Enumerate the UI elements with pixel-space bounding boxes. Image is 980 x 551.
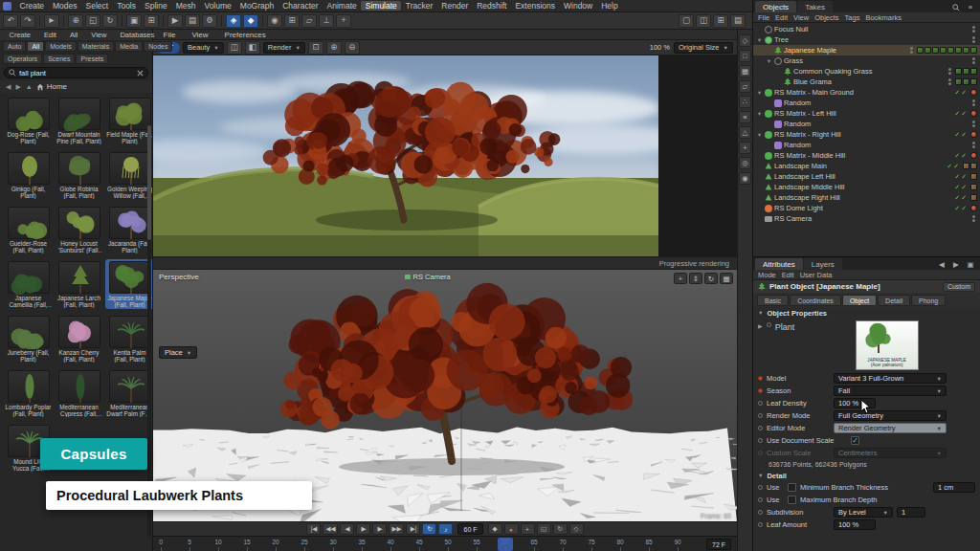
render-mode-dropdown[interactable]: Full Geometry▼ xyxy=(834,410,947,421)
autokey-button[interactable]: ● xyxy=(504,523,519,535)
parameter-dot[interactable] xyxy=(758,485,763,490)
leaf-tag-icon[interactable] xyxy=(963,78,969,85)
plant-item-japanese-camellia-fall-plant[interactable]: Japanese Camellia (Fall, Plant) xyxy=(4,259,53,309)
red-tag-icon[interactable] xyxy=(970,110,977,117)
object-row-rs-camera[interactable]: RS Camera xyxy=(753,213,980,224)
plant-preview-thumbnail[interactable]: JAPANESE MAPLE (Acer palmatum) xyxy=(856,320,919,370)
snapshot-icon[interactable]: ◫ xyxy=(227,41,242,55)
ab-tab-nodes[interactable]: Nodes xyxy=(144,41,172,52)
visibility-dots[interactable] xyxy=(972,36,975,43)
visibility-dots[interactable] xyxy=(948,78,951,85)
layout-single-icon[interactable]: ▢ xyxy=(679,14,694,28)
tab-objects[interactable]: Objects xyxy=(755,1,796,12)
ab-menu-edit[interactable]: Edit xyxy=(40,31,61,39)
attr-menu-mode[interactable]: Mode xyxy=(758,271,776,279)
rv-menu-view[interactable]: View xyxy=(188,31,212,39)
menu-tracker[interactable]: Tracker xyxy=(401,1,437,11)
attr-menu-edit[interactable]: Edit xyxy=(782,271,794,279)
layout-panel-icon[interactable]: ▤ xyxy=(730,14,746,28)
leaf-tag-icon[interactable] xyxy=(932,47,939,54)
attr-menu-user-data[interactable]: User Data xyxy=(800,271,833,279)
plant-item-kentia-palm-fall-plant[interactable]: Kentia Palm (Fall, Plant) xyxy=(105,314,152,364)
render-view-icon[interactable]: ▶ xyxy=(167,14,183,28)
ab-tab-media[interactable]: Media xyxy=(115,41,143,52)
menu-redshift[interactable]: Redshift xyxy=(473,1,511,11)
rv-menu-preferences[interactable]: Preferences xyxy=(220,31,270,39)
plant-item-dwarf-mountain-pine-fall-plant[interactable]: Dwarf Mountain Pine (Fall, Plant) xyxy=(55,96,103,145)
expand-icon[interactable]: ▼ xyxy=(766,58,772,64)
menu-create[interactable]: Create xyxy=(15,1,49,11)
om-menu-bookmarks[interactable]: Bookmarks xyxy=(865,13,902,22)
timeline[interactable]: 051015202530354045505560657075808590 72 … xyxy=(153,536,737,551)
visibility-dots[interactable] xyxy=(972,26,975,33)
leaf-tag-icon[interactable] xyxy=(917,47,924,54)
plant-item-guelder-rose-fall-plant[interactable]: Guelder-Rose (Fall, Plant) xyxy=(4,205,53,254)
leaf-tag-icon[interactable] xyxy=(963,68,969,75)
coordinate-system-icon[interactable]: ⊞ xyxy=(144,14,159,28)
ab-subtab-scenes[interactable]: Scenes xyxy=(43,54,75,64)
om-menu-file[interactable]: File xyxy=(758,13,769,22)
scale-tool-icon[interactable]: ◱ xyxy=(85,14,100,28)
menu-mesh[interactable]: Mesh xyxy=(171,1,200,11)
search-icon[interactable] xyxy=(950,2,962,12)
object-row-landscape-left-hill[interactable]: Landscape Left Hill✓✓ xyxy=(753,171,980,182)
enable-axis-icon[interactable]: + xyxy=(739,142,751,154)
leaf-tag-icon[interactable] xyxy=(940,47,947,54)
visibility-dots[interactable] xyxy=(972,215,975,222)
tex-tag-icon[interactable] xyxy=(963,163,969,169)
next-key-button[interactable]: ▶▶ xyxy=(389,523,404,535)
ab-menu-all[interactable]: All xyxy=(65,31,81,39)
red-tag-icon[interactable] xyxy=(970,205,977,211)
use-document-scale-checkbox[interactable]: ✓ xyxy=(851,436,859,445)
leaf-tag-icon[interactable] xyxy=(963,47,969,54)
om-menu-objects[interactable]: Objects xyxy=(814,13,838,22)
tab-attributes[interactable]: Attributes xyxy=(755,258,803,270)
render-settings-icon[interactable]: ⚙ xyxy=(202,14,217,28)
tab-takes[interactable]: Takes xyxy=(797,1,833,12)
object-row-random[interactable]: Random xyxy=(753,98,980,108)
object-row-rs-dome-light[interactable]: RS Dome Light✓✓ xyxy=(753,203,980,213)
object-row-rs-matrix-left-hill[interactable]: ▼RS Matrix - Left Hill✓✓ xyxy=(753,108,980,119)
prev-key-button[interactable]: ◀◀ xyxy=(323,523,338,535)
menu-volume[interactable]: Volume xyxy=(200,1,235,11)
simulation-scene-icon[interactable]: ◈ xyxy=(226,14,241,28)
rotate-view-icon[interactable]: ↻ xyxy=(704,273,718,284)
camera-label[interactable]: RS Camera xyxy=(405,273,451,281)
om-menu-edit[interactable]: Edit xyxy=(775,13,788,22)
redo-icon[interactable]: ↷ xyxy=(20,14,35,28)
subdivision-level-field[interactable]: 1 xyxy=(897,507,925,518)
min-branch-field[interactable]: 1 cm xyxy=(933,482,975,493)
leaf-tag-icon[interactable] xyxy=(970,78,977,85)
parameter-dot[interactable] xyxy=(758,426,763,430)
tex-tag-icon[interactable] xyxy=(970,184,977,190)
enable-checks[interactable]: ✓✓ xyxy=(947,163,959,169)
ab-tab-models[interactable]: Models xyxy=(45,41,77,52)
timeline-ruler[interactable]: 051015202530354045505560657075808590 xyxy=(153,537,689,551)
visibility-dots[interactable] xyxy=(972,142,975,148)
model-dropdown[interactable]: Variant 3 Full-Grown▼ xyxy=(834,373,947,384)
ab-menu-databases[interactable]: Databases xyxy=(116,31,159,39)
plant-item-dog-rose-fall-plant[interactable]: Dog-Rose (Fall, Plant) xyxy=(4,96,53,145)
snapping-icon[interactable]: ◉ xyxy=(739,172,751,185)
object-row-landscape-middle-hill[interactable]: Landscape Middle Hill✓✓ xyxy=(753,182,980,192)
plant-item-field-maple-fall-plant[interactable]: Field Maple (Fall, Plant) xyxy=(105,96,152,145)
render-picture-viewer-icon[interactable]: ▤ xyxy=(185,14,200,28)
points-mode-icon[interactable]: ∴ xyxy=(739,96,751,108)
region-render-icon[interactable]: ⊡ xyxy=(308,41,323,55)
edges-mode-icon[interactable]: ≡ xyxy=(739,111,751,123)
object-properties-header[interactable]: ▼ Object Properties xyxy=(753,307,980,319)
min-branch-checkbox[interactable] xyxy=(788,483,796,492)
object-row-landscape-right-hill[interactable]: Landscape Right Hill✓✓ xyxy=(753,192,980,203)
object-row-random[interactable]: Random xyxy=(753,140,980,150)
history-forward-icon[interactable]: ▶ xyxy=(950,259,962,270)
ab-subtab-presets[interactable]: Presets xyxy=(76,54,108,64)
workplane-mode-icon[interactable]: ▱ xyxy=(739,80,751,93)
leaf-tag-icon[interactable] xyxy=(924,47,931,54)
snap-settings-icon[interactable]: ◉ xyxy=(267,14,282,28)
rotate-tool-icon[interactable]: ↻ xyxy=(102,14,118,28)
parameter-dot[interactable] xyxy=(758,438,763,443)
model-mode-icon[interactable]: □ xyxy=(739,50,751,62)
forward-icon[interactable]: ▶ xyxy=(14,83,21,91)
attr-tab-phong[interactable]: Phong xyxy=(911,295,946,306)
leaf-tag-icon[interactable] xyxy=(970,68,977,75)
